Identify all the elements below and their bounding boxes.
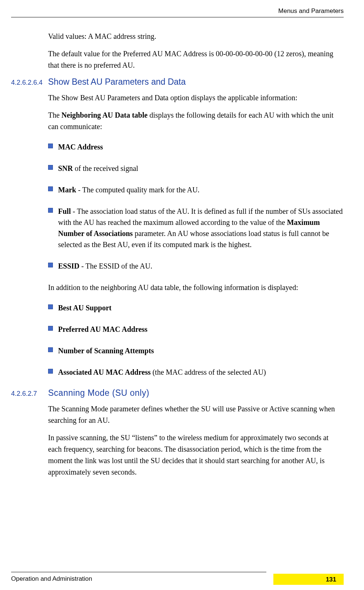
header-chapter: Menus and Parameters — [278, 7, 344, 14]
footer-rule — [11, 572, 266, 572]
section-heading: 4.2.6.2.7 Scanning Mode (SU only) — [11, 388, 344, 398]
paragraph: The Neighboring AU Data table displays t… — [48, 109, 344, 132]
list-item: Number of Scanning Attempts — [48, 345, 344, 356]
paragraph: In addition to the neighboring AU data t… — [48, 282, 344, 293]
list-item-text: Mark - The computed quality mark for the… — [58, 184, 344, 195]
bold-text: SNR — [58, 164, 73, 172]
page-number: 131 — [326, 576, 336, 583]
paragraph: Valid values: A MAC address string. — [48, 31, 344, 42]
section-number: 4.2.6.2.6.4 — [11, 79, 48, 87]
list-item: ESSID - The ESSID of the AU. — [48, 260, 344, 272]
list-item-text: Number of Scanning Attempts — [58, 345, 344, 356]
section-heading: 4.2.6.2.6.4 Show Best AU Parameters and … — [11, 77, 344, 87]
list-item: Full - The association load status of th… — [48, 206, 344, 250]
text: (the MAC address of the selected AU) — [151, 368, 266, 376]
bullet-icon — [48, 144, 53, 148]
list-item-text: Preferred AU MAC Address — [58, 324, 344, 335]
bullet-icon — [48, 347, 53, 352]
bold-text: Neighboring AU Data table — [61, 111, 148, 119]
bold-text: Mark — [58, 186, 76, 194]
bullet-icon — [48, 208, 53, 213]
bold-text: Number of Scanning Attempts — [58, 347, 154, 355]
list-item-text: ESSID - The ESSID of the AU. — [58, 260, 344, 272]
list-item-text: Best AU Support — [58, 302, 344, 313]
text: - The computed quality mark for the AU. — [76, 186, 199, 194]
paragraph: The Scanning Mode parameter defines whet… — [48, 403, 344, 426]
bullet-icon — [48, 304, 53, 309]
section-title: Scanning Mode (SU only) — [48, 388, 149, 398]
text: of the received signal — [73, 164, 138, 172]
page-footer: Operation and Administration 131 — [11, 572, 344, 583]
bullet-icon — [48, 326, 53, 331]
list-item: MAC Address — [48, 141, 344, 152]
list-item: Mark - The computed quality mark for the… — [48, 184, 344, 195]
bold-text: Preferred AU MAC Address — [58, 325, 148, 333]
document-page: Menus and Parameters Valid values: A MAC… — [0, 0, 364, 590]
bullet-icon — [48, 165, 53, 170]
bold-text: ESSID — [58, 262, 80, 270]
list-item-text: SNR of the received signal — [58, 163, 344, 174]
paragraph: In passive scanning, the SU “listens” to… — [48, 432, 344, 478]
bullet-icon — [48, 369, 53, 374]
section-number: 4.2.6.2.7 — [11, 390, 48, 398]
bold-text: MAC Address — [58, 143, 103, 151]
list-item-text: Full - The association load status of th… — [58, 206, 344, 250]
list-item: Best AU Support — [48, 302, 344, 313]
page-content: Valid values: A MAC address string. The … — [11, 31, 344, 478]
bullet-icon — [48, 186, 53, 191]
list-item-text: MAC Address — [58, 141, 344, 152]
list-item: SNR of the received signal — [48, 163, 344, 174]
bold-text: Best AU Support — [58, 304, 111, 312]
page-header: Menus and Parameters — [11, 7, 344, 17]
list-item: Preferred AU MAC Address — [48, 324, 344, 335]
list-item-text: Associated AU MAC Address (the MAC addre… — [58, 367, 344, 378]
paragraph: The default value for the Preferred AU M… — [48, 48, 344, 71]
paragraph: The Show Best AU Parameters and Data opt… — [48, 92, 344, 104]
list-item: Associated AU MAC Address (the MAC addre… — [48, 367, 344, 378]
bold-text: Associated AU MAC Address — [58, 368, 151, 376]
bold-text: Full — [58, 207, 71, 215]
text: The — [48, 111, 61, 119]
bullet-icon — [48, 263, 53, 267]
text: - The ESSID of the AU. — [80, 262, 152, 270]
section-title: Show Best AU Parameters and Data — [48, 77, 186, 87]
page-number-box: 131 — [273, 574, 344, 585]
